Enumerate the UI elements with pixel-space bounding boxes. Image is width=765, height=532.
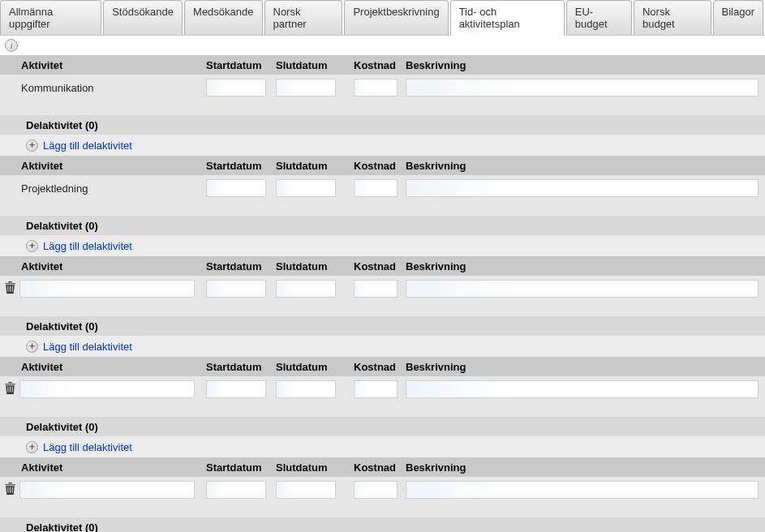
header-activity: Aktivitet: [19, 260, 206, 272]
activity-header-row: Aktivitet Startdatum Slutdatum Kostnad B…: [0, 256, 765, 276]
tab-eu-budget[interactable]: EU-budget: [566, 0, 632, 35]
activity-block: Aktivitet Startdatum Slutdatum Kostnad B…: [0, 256, 765, 357]
add-subactivity-link[interactable]: Lägg till delaktivitet: [43, 240, 132, 252]
spacer: [0, 201, 765, 216]
subactivity-label: Delaktivitet (0): [26, 320, 98, 332]
tab-norsk-budget[interactable]: Norsk budget: [634, 0, 711, 35]
header-activity: Aktivitet: [19, 361, 206, 373]
info-icon[interactable]: i: [5, 39, 18, 52]
plus-icon[interactable]: +: [26, 139, 38, 152]
subactivity-label: Delaktivitet (0): [26, 220, 98, 232]
activity-name-input[interactable]: [19, 380, 195, 398]
cost-input[interactable]: [354, 179, 398, 197]
cost-input[interactable]: [354, 380, 398, 398]
activity-data-row: Kommunikation: [0, 75, 765, 101]
desc-input[interactable]: [406, 179, 759, 197]
desc-input[interactable]: [406, 280, 759, 298]
plus-icon[interactable]: +: [26, 240, 38, 252]
subactivity-action-row: + Lägg till delaktivitet: [0, 135, 765, 156]
start-date-input[interactable]: [206, 481, 266, 499]
header-activity: Aktivitet: [19, 59, 206, 71]
spacer: [0, 101, 765, 115]
start-date-input[interactable]: [206, 380, 266, 398]
cost-input[interactable]: [354, 481, 398, 499]
add-subactivity-link[interactable]: Lägg till delaktivitet: [43, 441, 132, 453]
add-subactivity-link[interactable]: Lägg till delaktivitet: [43, 341, 132, 353]
activity-block: Aktivitet Startdatum Slutdatum Kostnad B…: [0, 457, 765, 532]
header-end: Slutdatum: [276, 461, 354, 474]
trash-icon[interactable]: [4, 482, 16, 498]
activity-name-text: Kommunikation: [19, 82, 94, 94]
header-end: Slutdatum: [276, 160, 354, 172]
desc-input[interactable]: [406, 380, 759, 398]
end-date-input[interactable]: [276, 179, 336, 197]
header-cost: Kostnad: [354, 59, 406, 71]
tab-norsk-partner[interactable]: Norsk partner: [264, 0, 343, 35]
header-end: Slutdatum: [276, 260, 354, 272]
header-desc: Beskrivning: [406, 361, 765, 373]
subactivity-header: Delaktivitet (0): [0, 517, 765, 532]
info-bar: i: [0, 36, 765, 55]
activity-name-input[interactable]: [19, 481, 195, 499]
subactivity-action-row: + Lägg till delaktivitet: [0, 436, 765, 457]
header-cost: Kostnad: [354, 160, 406, 172]
activity-header-row: Aktivitet Startdatum Slutdatum Kostnad B…: [0, 457, 765, 477]
subactivity-action-row: + Lägg till delaktivitet: [0, 336, 765, 357]
plus-icon[interactable]: +: [26, 341, 38, 353]
subactivity-label: Delaktivitet (0): [26, 119, 98, 131]
tab-stodsokande[interactable]: Stödsökande: [103, 0, 183, 35]
header-start: Startdatum: [206, 461, 276, 474]
header-start: Startdatum: [206, 59, 276, 71]
add-subactivity-link[interactable]: Lägg till delaktivitet: [43, 139, 132, 152]
spacer: [0, 402, 765, 417]
activity-data-row: Projektledning: [0, 175, 765, 201]
subactivity-label: Delaktivitet (0): [26, 421, 98, 433]
activity-data-row: [0, 376, 765, 402]
tab-projektbeskrivning[interactable]: Projektbeskrivning: [344, 0, 448, 35]
header-desc: Beskrivning: [406, 160, 765, 172]
spacer: [0, 302, 765, 316]
desc-input[interactable]: [406, 79, 759, 97]
cost-input[interactable]: [354, 79, 398, 97]
cost-input[interactable]: [354, 280, 398, 298]
trash-icon[interactable]: [4, 381, 16, 397]
activity-block: Aktivitet Startdatum Slutdatum Kostnad B…: [0, 357, 765, 457]
header-activity: Aktivitet: [19, 461, 206, 474]
start-date-input[interactable]: [206, 280, 266, 298]
tab-bilagor[interactable]: Bilagor: [713, 0, 763, 35]
end-date-input[interactable]: [276, 79, 336, 97]
activity-block: Aktivitet Startdatum Slutdatum Kostnad B…: [0, 55, 765, 156]
content-area: i Aktivitet Startdatum Slutdatum Kostnad…: [0, 36, 765, 532]
activity-name-input[interactable]: [19, 280, 195, 298]
end-date-input[interactable]: [276, 380, 336, 398]
trash-icon[interactable]: [4, 281, 16, 297]
header-start: Startdatum: [206, 361, 276, 373]
tab-allmanna[interactable]: Allmänna uppgifter: [0, 0, 101, 35]
activity-header-row: Aktivitet Startdatum Slutdatum Kostnad B…: [0, 55, 765, 75]
subactivity-label: Delaktivitet (0): [26, 521, 98, 533]
end-date-input[interactable]: [276, 481, 336, 499]
header-desc: Beskrivning: [406, 461, 765, 474]
subactivity-header: Delaktivitet (0): [0, 115, 765, 135]
subactivity-action-row: + Lägg till delaktivitet: [0, 235, 765, 256]
header-desc: Beskrivning: [406, 260, 765, 272]
header-cost: Kostnad: [354, 260, 406, 272]
header-end: Slutdatum: [276, 59, 354, 71]
plus-icon[interactable]: +: [26, 441, 38, 453]
desc-input[interactable]: [406, 481, 759, 499]
header-start: Startdatum: [206, 160, 276, 172]
activity-header-row: Aktivitet Startdatum Slutdatum Kostnad B…: [0, 357, 765, 376]
tab-medsokande[interactable]: Medsökande: [184, 0, 262, 35]
start-date-input[interactable]: [206, 179, 266, 197]
header-end: Slutdatum: [276, 361, 354, 373]
activity-block: Aktivitet Startdatum Slutdatum Kostnad B…: [0, 156, 765, 256]
header-start: Startdatum: [206, 260, 276, 272]
start-date-input[interactable]: [206, 79, 266, 97]
tab-tid-aktivitetsplan[interactable]: Tid- och aktivitetsplan: [450, 0, 565, 36]
header-activity: Aktivitet: [19, 160, 206, 172]
header-cost: Kostnad: [354, 361, 406, 373]
tab-bar: Allmänna uppgifter Stödsökande Medsökand…: [0, 0, 765, 36]
end-date-input[interactable]: [276, 280, 336, 298]
activity-data-row: [0, 276, 765, 302]
header-cost: Kostnad: [354, 461, 406, 474]
